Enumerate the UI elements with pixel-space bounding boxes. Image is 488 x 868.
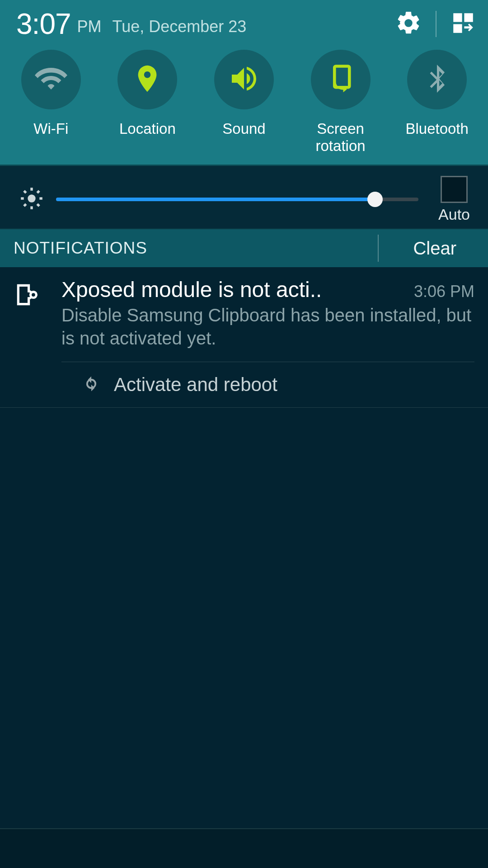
shade-handle[interactable] <box>0 828 488 868</box>
puzzle-icon <box>14 281 42 311</box>
edit-tiles-icon[interactable] <box>450 10 476 38</box>
bluetooth-icon <box>423 65 451 94</box>
toggle-screen-rotation[interactable]: Screen rotation <box>296 50 386 156</box>
notification-time: 3:06 PM <box>414 282 474 301</box>
svg-point-4 <box>28 194 35 202</box>
svg-line-8 <box>37 204 39 206</box>
slider-thumb[interactable] <box>367 192 383 207</box>
toggle-label: Sound <box>222 120 265 156</box>
quick-toggles-row: Wi-Fi Location Sound Screen rotation <box>0 43 488 166</box>
svg-point-13 <box>30 292 36 298</box>
svg-rect-1 <box>464 13 473 22</box>
svg-rect-3 <box>334 66 349 88</box>
toggle-wifi[interactable]: Wi-Fi <box>6 50 96 156</box>
rotation-icon <box>326 64 356 95</box>
svg-rect-2 <box>453 24 462 33</box>
brightness-panel: Auto <box>0 166 488 229</box>
notifications-header: NOTIFICATIONS Clear <box>0 229 488 267</box>
brightness-slider[interactable] <box>56 190 418 208</box>
clock-time: 3:07 <box>16 9 71 38</box>
toggle-label: Screen rotation <box>296 120 386 156</box>
notification-action[interactable]: Activate and reboot <box>61 362 474 407</box>
brightness-icon <box>20 187 56 212</box>
notification-item[interactable]: Xposed module is not acti.. 3:06 PM Disa… <box>0 267 488 408</box>
sound-icon <box>228 62 260 97</box>
status-header: 3:07 PM Tue, December 23 <box>0 0 488 43</box>
svg-line-12 <box>37 191 39 193</box>
refresh-icon <box>81 374 101 396</box>
toggle-bluetooth[interactable]: Bluetooth <box>392 50 482 156</box>
notification-title: Xposed module is not acti.. <box>61 277 403 302</box>
svg-line-11 <box>24 204 26 206</box>
notification-body: Disable Samsung Clipboard has been insta… <box>61 304 474 350</box>
location-icon <box>131 63 163 96</box>
toggle-label: Bluetooth <box>405 120 468 156</box>
header-divider <box>436 11 436 37</box>
wifi-icon <box>35 62 67 97</box>
auto-brightness-checkbox[interactable] <box>441 176 468 203</box>
clear-button[interactable]: Clear <box>379 238 474 259</box>
toggle-label: Location <box>119 120 176 156</box>
notifications-title: NOTIFICATIONS <box>14 239 147 258</box>
svg-line-7 <box>24 191 26 193</box>
toggle-sound[interactable]: Sound <box>199 50 289 156</box>
toggle-label: Wi-Fi <box>33 120 68 156</box>
notification-action-label: Activate and reboot <box>114 374 277 396</box>
svg-rect-0 <box>453 13 462 22</box>
settings-gear-icon[interactable] <box>395 9 422 38</box>
header-date: Tue, December 23 <box>113 17 247 36</box>
clock-ampm: PM <box>77 17 102 36</box>
toggle-location[interactable]: Location <box>102 50 192 156</box>
auto-brightness-label: Auto <box>438 206 470 223</box>
